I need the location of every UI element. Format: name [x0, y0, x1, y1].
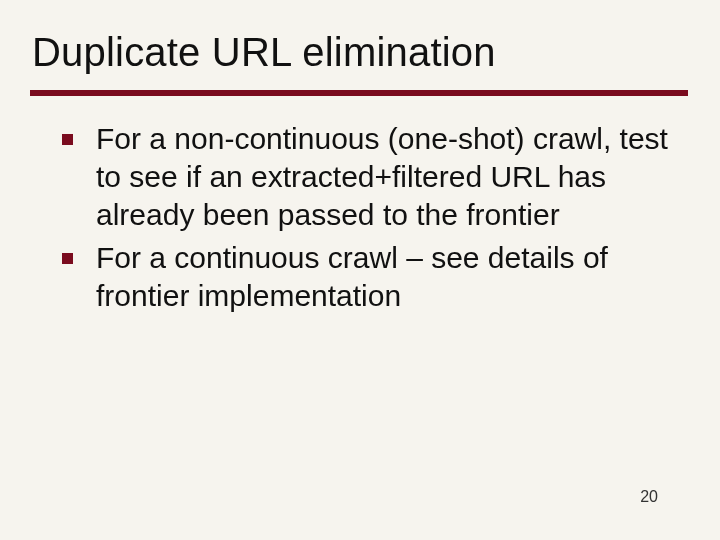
page-number: 20: [640, 488, 658, 506]
bullet-item: For a continuous crawl – see details of …: [62, 239, 682, 315]
bullet-square-icon: [62, 253, 73, 264]
title-underline: [30, 90, 688, 96]
bullet-square-icon: [62, 134, 73, 145]
bullet-text: For a continuous crawl – see details of …: [96, 241, 608, 312]
slide-title: Duplicate URL elimination: [32, 30, 496, 75]
slide-body: For a non-continuous (one-shot) crawl, t…: [62, 120, 682, 321]
bullet-item: For a non-continuous (one-shot) crawl, t…: [62, 120, 682, 233]
slide: Duplicate URL elimination For a non-cont…: [0, 0, 720, 540]
bullet-text: For a non-continuous (one-shot) crawl, t…: [96, 122, 668, 231]
